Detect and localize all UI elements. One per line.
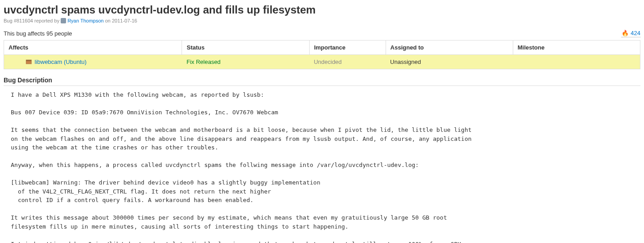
report-date: 2011-07-16: [112, 18, 137, 23]
bug-subtitle: Bug #811604 reported by Ryan Thompson on…: [4, 18, 640, 23]
description-header: Bug Description: [4, 75, 640, 86]
th-importance: Importance: [309, 40, 386, 55]
table-header-row: Affects Status Importance Assigned to Mi…: [4, 40, 640, 55]
assigned-cell[interactable]: Unassigned: [386, 55, 513, 69]
svg-rect-1: [26, 60, 31, 61]
bug-tasks-table: Affects Status Importance Assigned to Mi…: [4, 40, 640, 69]
bug-header: uvcdynctrl spams uvcdynctrl-udev.log and…: [4, 4, 640, 23]
affects-bar: This bug affects 95 people 🔥 424: [4, 26, 640, 40]
th-affects: Affects: [4, 40, 182, 55]
bug-prefix: Bug #811604 reported by: [4, 18, 59, 23]
date-prefix: on: [105, 18, 111, 23]
th-milestone: Milestone: [513, 40, 640, 55]
affects-text: This bug affects 95 people: [4, 30, 72, 37]
affects-cell: libwebcam (Ubuntu): [4, 55, 182, 69]
milestone-cell[interactable]: [513, 55, 640, 69]
avatar-icon: [61, 18, 66, 23]
bug-heat[interactable]: 🔥 424: [622, 30, 640, 37]
heat-value: 424: [631, 30, 640, 36]
package-icon: [26, 58, 32, 65]
th-status: Status: [182, 40, 309, 55]
table-row: libwebcam (Ubuntu) Fix Released Undecide…: [4, 55, 640, 69]
reporter-link[interactable]: Ryan Thompson: [67, 18, 104, 23]
status-cell[interactable]: Fix Released: [182, 55, 309, 69]
package-link[interactable]: libwebcam (Ubuntu): [35, 58, 87, 65]
description-body: I have a Dell XPS M1330 with the followi…: [4, 90, 640, 243]
th-assigned: Assigned to: [386, 40, 513, 55]
importance-cell[interactable]: Undecided: [309, 55, 386, 69]
fire-icon: 🔥: [622, 30, 629, 36]
bug-title: uvcdynctrl spams uvcdynctrl-udev.log and…: [4, 4, 640, 16]
